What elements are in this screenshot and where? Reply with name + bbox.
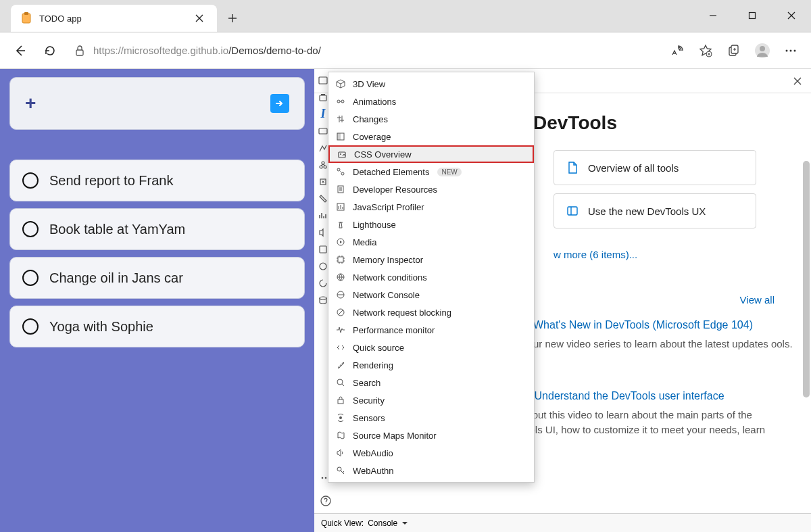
menu-label: Changes [353, 114, 388, 124]
new-tab-button[interactable] [220, 5, 245, 31]
site-info-icon[interactable] [74, 45, 85, 57]
menu-item-animations[interactable]: Animations [328, 93, 534, 110]
tab-close-button[interactable] [191, 10, 207, 26]
svg-rect-35 [338, 257, 343, 262]
url-bar[interactable]: https://microsoftedge.github.io/Demos/de… [66, 39, 661, 63]
todo-item[interactable]: Change oil in Jans car [9, 257, 305, 299]
todo-list: Send report to Frank Book table at YamYa… [9, 160, 305, 347]
menu-item-rendering[interactable]: Rendering [328, 356, 534, 374]
menu-label: Network Console [353, 290, 420, 300]
menu-item-search[interactable]: Search [328, 374, 534, 391]
menu-label: Network request blocking [353, 308, 451, 318]
quickview-label: Quick View: [321, 518, 364, 528]
menu-item-css-overview[interactable]: CSS Overview [328, 145, 534, 163]
map-icon [335, 430, 346, 441]
svg-rect-3 [76, 50, 83, 55]
read-aloud-icon[interactable] [664, 37, 691, 64]
check-circle-icon[interactable] [22, 172, 39, 189]
todo-text: Send report to Frank [49, 173, 173, 189]
svg-point-30 [337, 168, 340, 171]
menu-item-webaudio[interactable]: WebAudio [328, 444, 534, 462]
menu-item-source-maps-monitor[interactable]: Source Maps Monitor [328, 427, 534, 444]
svg-point-25 [341, 100, 344, 103]
lock-icon [335, 395, 346, 406]
menu-item-developer-resources[interactable]: Developer Resources [328, 180, 534, 198]
scrollbar-thumb[interactable] [803, 161, 810, 397]
pulse-icon [335, 324, 346, 335]
nav-refresh-button[interactable] [36, 37, 64, 64]
help-icon[interactable] [318, 493, 334, 509]
menu-item-quick-source[interactable]: Quick source [328, 339, 534, 356]
menu-item-detached-elements[interactable]: Detached ElementsNEW [328, 163, 534, 180]
menu-item-performance-monitor[interactable]: Performance monitor [328, 321, 534, 339]
menu-item-webauthn[interactable]: WebAuthn [328, 462, 534, 479]
check-circle-icon[interactable] [22, 221, 39, 237]
css-icon [337, 149, 347, 160]
svg-point-24 [337, 100, 340, 103]
menu-label: WebAuthn [353, 466, 393, 476]
svg-rect-16 [319, 128, 327, 134]
submit-todo-button[interactable] [270, 94, 289, 113]
menu-item-javascript-profiler[interactable]: JavaScript Profiler [328, 198, 534, 216]
overview-card[interactable]: Overview of all tools [554, 150, 756, 185]
article-link[interactable]: Video: Understand the DevTools user inte… [501, 390, 795, 402]
menu-label: Sensors [353, 413, 385, 423]
menu-label: JavaScript Profiler [353, 202, 424, 212]
menu-item-memory-inspector[interactable]: Memory Inspector [328, 251, 534, 268]
tab-favicon [20, 12, 32, 24]
menu-label: Rendering [353, 360, 393, 370]
animation-icon [335, 96, 346, 107]
quickview-tab[interactable]: Console [368, 518, 397, 528]
menu-label: Network conditions [353, 272, 427, 283]
window-minimize-button[interactable] [693, 0, 733, 32]
dropdown-icon[interactable] [401, 520, 408, 527]
svg-rect-40 [338, 400, 343, 404]
window-maximize-button[interactable] [733, 0, 772, 32]
tab-title: TODO app [39, 14, 191, 24]
check-circle-icon[interactable] [22, 318, 39, 335]
more-menu-icon[interactable] [777, 37, 804, 64]
cube-icon [335, 78, 346, 89]
todo-item[interactable]: Send report to Frank [9, 160, 305, 201]
new-todo-card[interactable]: + [9, 77, 305, 130]
todo-text: Yoga with Sophie [49, 319, 153, 335]
menu-label: Memory Inspector [353, 255, 423, 265]
play-icon [335, 237, 346, 247]
favorites-icon[interactable] [692, 37, 719, 64]
menu-label: Quick source [353, 343, 404, 353]
check-circle-icon[interactable] [22, 270, 39, 286]
todo-item[interactable]: Book table at YamYam [9, 208, 305, 250]
article-summary: Check out this video to learn about the … [501, 408, 795, 438]
menu-label: Developer Resources [353, 185, 437, 195]
devtools-close-button[interactable] [784, 69, 811, 93]
profiler-icon [335, 201, 346, 212]
menu-label: Coverage [353, 132, 391, 142]
window-close-button[interactable] [772, 0, 811, 32]
profile-icon[interactable] [749, 37, 776, 64]
svg-point-44 [325, 477, 327, 479]
menu-item-lighthouse[interactable]: Lighthouse [328, 216, 534, 233]
svg-rect-12 [568, 207, 577, 215]
menu-item-security[interactable]: Security [328, 391, 534, 409]
new-ux-card[interactable]: Use the new DevTools UX [554, 193, 756, 228]
menu-label: WebAudio [353, 448, 393, 458]
nav-back-button[interactable] [7, 37, 34, 64]
menu-item-sensors[interactable]: Sensors [328, 409, 534, 427]
titlebar: TODO app [0, 0, 811, 32]
menu-item-network-conditions[interactable]: Network conditions [328, 268, 534, 286]
menu-label: Search [353, 378, 380, 388]
menu-label: Security [353, 395, 385, 406]
svg-point-29 [340, 153, 341, 155]
menu-item-network-console[interactable]: Network Console [328, 286, 534, 304]
menu-item-3d-view[interactable]: 3D View [328, 75, 534, 93]
menu-item-network-request-blocking[interactable]: Network request blocking [328, 304, 534, 321]
menu-item-media[interactable]: Media [328, 233, 534, 251]
svg-rect-1 [24, 12, 28, 15]
menu-item-coverage[interactable]: Coverage [328, 128, 534, 145]
menu-label: Media [353, 237, 376, 247]
menu-item-changes[interactable]: Changes [328, 110, 534, 128]
todo-item[interactable]: Yoga with Sophie [9, 306, 305, 347]
collections-icon[interactable] [720, 37, 747, 64]
svg-rect-0 [22, 14, 30, 23]
browser-tab[interactable]: TODO app [11, 5, 217, 32]
